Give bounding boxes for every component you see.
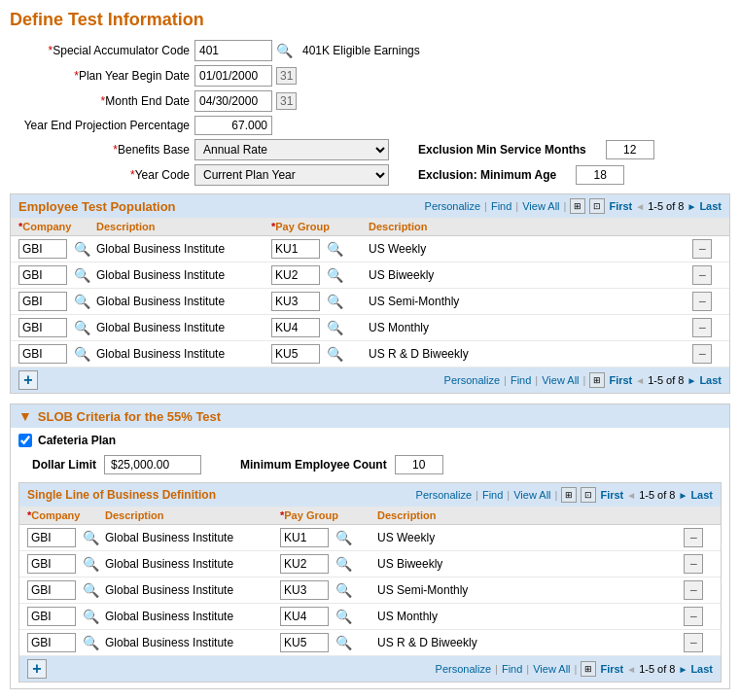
emp-row4-company-input[interactable] [18, 318, 67, 337]
slob-row2-paygroup-input[interactable] [280, 554, 329, 574]
emp-row1-remove-button[interactable]: − [692, 239, 712, 259]
month-end-date-calendar-icon[interactable]: 31 [276, 92, 297, 110]
emp-footer-find-link[interactable]: Find [511, 374, 531, 386]
slob-row5-lookup-icon[interactable]: 🔍 [83, 635, 99, 650]
year-end-projection-input[interactable]: 67.000 [194, 116, 272, 135]
emp-find-link[interactable]: Find [491, 200, 511, 212]
year-code-select[interactable]: Current Plan Year Prior Plan Year Next P… [194, 164, 389, 186]
plan-year-begin-calendar-icon[interactable]: 31 [276, 67, 297, 85]
emp-row3-company-input[interactable] [18, 292, 67, 311]
emp-footer-first-link[interactable]: First [609, 374, 632, 386]
slob-first-link[interactable]: First [600, 489, 623, 501]
slob-view-all-link[interactable]: View All [513, 489, 550, 501]
emp-first-link[interactable]: First [609, 200, 632, 212]
emp-row3-remove-button[interactable]: − [692, 292, 712, 311]
emp-row3-paygroup-input[interactable] [271, 292, 320, 311]
emp-prev-icon[interactable]: ◄ [635, 201, 645, 212]
emp-row5-remove-button[interactable]: − [692, 344, 712, 364]
emp-footer-personalize-link[interactable]: Personalize [444, 374, 500, 386]
slob-row3-paygroup-lookup-icon[interactable]: 🔍 [335, 582, 352, 598]
emp-personalize-link[interactable]: Personalize [425, 200, 480, 212]
emp-row2-paygroup-lookup-icon[interactable]: 🔍 [327, 267, 343, 283]
slob-row3-company-input[interactable] [27, 580, 76, 600]
emp-footer-last-link[interactable]: Last [699, 374, 722, 386]
slob-row5-company-input[interactable] [27, 633, 76, 652]
emp-row2-remove-button[interactable]: − [692, 265, 712, 285]
slob-footer-view-all-link[interactable]: View All [533, 663, 570, 675]
slob-row3-paygroup-input[interactable] [280, 580, 329, 600]
slob-footer-next-icon[interactable]: ► [678, 664, 687, 675]
emp-add-row-button[interactable]: + [18, 370, 38, 390]
slob-prev-icon[interactable]: ◄ [626, 490, 636, 501]
slob-footer-grid-icon[interactable]: ⊞ [581, 661, 596, 677]
slob-personalize-link[interactable]: Personalize [416, 489, 472, 501]
slob-row1-lookup-icon[interactable]: 🔍 [83, 530, 99, 545]
exclusion-min-age-input[interactable] [576, 165, 624, 185]
emp-row4-remove-button[interactable]: − [692, 318, 712, 337]
emp-view-all-link[interactable]: View All [522, 200, 559, 212]
slob-row1-paygroup-input[interactable] [280, 528, 329, 547]
slob-toggle-icon[interactable]: ▼ [18, 408, 32, 424]
slob-row2-lookup-icon[interactable]: 🔍 [83, 556, 99, 572]
slob-row5-paygroup-input[interactable] [280, 633, 329, 652]
cafeteria-plan-checkbox[interactable] [18, 434, 32, 447]
slob-grid-icon[interactable]: ⊞ [561, 487, 577, 503]
slob-row2-company-input[interactable] [27, 554, 76, 574]
slob-row3-remove-button[interactable]: − [684, 580, 703, 600]
emp-row5-paygroup-input[interactable] [271, 344, 320, 364]
emp-footer-prev-icon[interactable]: ◄ [635, 375, 645, 386]
emp-row1-lookup-icon[interactable]: 🔍 [74, 241, 90, 257]
dollar-limit-input[interactable] [104, 455, 201, 474]
slob-footer-find-link[interactable]: Find [502, 663, 522, 675]
benefits-base-select[interactable]: Annual Rate Monthly Rate Hourly Rate [194, 139, 389, 160]
min-employee-count-input[interactable] [395, 455, 443, 474]
emp-row3-lookup-icon[interactable]: 🔍 [74, 294, 90, 309]
emp-row2-lookup-icon[interactable]: 🔍 [74, 267, 90, 283]
emp-row2-company-input[interactable] [18, 265, 67, 285]
slob-next-icon[interactable]: ► [678, 490, 687, 501]
emp-footer-view-all-link[interactable]: View All [542, 374, 579, 386]
slob-footer-last-link[interactable]: Last [690, 663, 713, 675]
slob-row1-company-input[interactable] [27, 528, 76, 547]
slob-row4-paygroup-input[interactable] [280, 607, 329, 626]
emp-row5-lookup-icon[interactable]: 🔍 [74, 346, 90, 362]
emp-row5-company-input[interactable] [18, 344, 67, 364]
plan-year-begin-input[interactable]: 01/01/2000 [194, 65, 272, 87]
emp-row4-lookup-icon[interactable]: 🔍 [74, 320, 90, 335]
emp-row5-paygroup-lookup-icon[interactable]: 🔍 [327, 346, 343, 362]
emp-row4-paygroup-input[interactable] [271, 318, 320, 337]
slob-footer-personalize-link[interactable]: Personalize [436, 663, 491, 675]
slob-row4-paygroup-lookup-icon[interactable]: 🔍 [335, 609, 352, 624]
emp-last-link[interactable]: Last [699, 200, 722, 212]
slob-row1-remove-button[interactable]: − [684, 528, 703, 547]
slob-row1-paygroup-lookup-icon[interactable]: 🔍 [335, 530, 352, 545]
emp-grid-icon[interactable]: ⊞ [570, 198, 585, 214]
slob-row4-remove-button[interactable]: − [684, 607, 703, 626]
slob-footer-first-link[interactable]: First [600, 663, 623, 675]
emp-next-icon[interactable]: ► [687, 201, 696, 212]
slob-row5-paygroup-lookup-icon[interactable]: 🔍 [335, 635, 352, 650]
emp-footer-next-icon[interactable]: ► [687, 375, 696, 386]
special-accumulator-lookup-icon[interactable]: 🔍 [276, 43, 293, 58]
emp-row4-paygroup-lookup-icon[interactable]: 🔍 [327, 320, 343, 335]
month-end-date-input[interactable]: 04/30/2000 [194, 90, 272, 112]
slob-row2-remove-button[interactable]: − [684, 554, 703, 574]
slob-row2-paygroup-lookup-icon[interactable]: 🔍 [335, 556, 352, 572]
slob-footer-prev-icon[interactable]: ◄ [626, 664, 636, 675]
slob-last-link[interactable]: Last [690, 489, 713, 501]
special-accumulator-input[interactable]: 401 [194, 40, 272, 61]
emp-footer-grid-icon[interactable]: ⊞ [589, 372, 605, 388]
emp-row2-paygroup-input[interactable] [271, 265, 320, 285]
slob-row3-lookup-icon[interactable]: 🔍 [83, 582, 99, 598]
slob-row4-company-input[interactable] [27, 607, 76, 626]
emp-row3-paygroup-lookup-icon[interactable]: 🔍 [327, 294, 343, 309]
emp-expand-icon[interactable]: ⊡ [589, 198, 605, 214]
slob-expand-icon[interactable]: ⊡ [581, 487, 596, 503]
emp-row1-paygroup-lookup-icon[interactable]: 🔍 [327, 241, 343, 257]
slob-row5-remove-button[interactable]: − [684, 633, 703, 652]
slob-row4-lookup-icon[interactable]: 🔍 [83, 609, 99, 624]
slob-add-row-button[interactable]: + [27, 659, 47, 679]
exclusion-min-service-input[interactable] [606, 140, 654, 159]
emp-row1-paygroup-input[interactable] [271, 239, 320, 259]
slob-find-link[interactable]: Find [482, 489, 503, 501]
